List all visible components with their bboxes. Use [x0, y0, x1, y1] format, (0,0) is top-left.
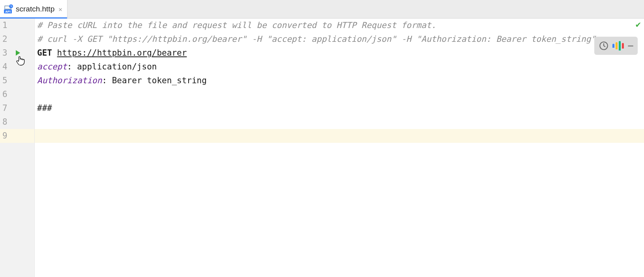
line-number: 7 — [0, 101, 12, 115]
code-comment: # curl -X GET "https://httpbin.org/beare… — [37, 34, 596, 44]
request-url: https://httpbin.org/bearer — [57, 48, 187, 58]
editor: 1 2 3 4 5 6 7 8 9 # Paste cURL into the … — [0, 19, 644, 277]
editor-content[interactable]: # Paste cURL into the file and request w… — [35, 19, 644, 277]
line-number: 5 — [0, 74, 12, 88]
statistics-icon[interactable] — [612, 41, 624, 51]
inspection-ok-icon[interactable]: ✔ — [636, 19, 641, 29]
close-tab-icon[interactable]: ✕ — [58, 6, 62, 13]
line-number: 8 — [0, 115, 12, 129]
header-value: application/json — [77, 62, 157, 71]
code-comment: # Paste cURL into the file and request w… — [37, 21, 436, 30]
collapse-icon[interactable] — [628, 45, 633, 47]
run-request-icon[interactable] — [16, 50, 20, 56]
line-number: 2 — [0, 32, 12, 46]
request-separator: ### — [37, 103, 52, 113]
line-number: 3 — [0, 46, 12, 60]
floating-toolbar — [594, 37, 638, 55]
gutter: 1 2 3 4 5 6 7 8 9 — [0, 19, 35, 277]
header-name: accept — [37, 62, 67, 71]
history-icon[interactable] — [599, 41, 609, 51]
header-value: Bearer token_string — [112, 76, 207, 85]
http-method: GET — [37, 48, 52, 58]
svg-text:API: API — [5, 10, 10, 13]
line-number: 9 — [0, 129, 12, 143]
line-number: 1 — [0, 19, 12, 32]
line-number: 6 — [0, 88, 12, 101]
line-number: 4 — [0, 60, 12, 74]
tab-label: scratch.http — [16, 5, 54, 13]
tab-scratch-http[interactable]: API scratch.http ✕ — [0, 0, 67, 18]
header-name: Authorization — [37, 76, 102, 85]
tab-bar: API scratch.http ✕ — [0, 0, 644, 19]
http-file-icon: API — [3, 4, 13, 14]
